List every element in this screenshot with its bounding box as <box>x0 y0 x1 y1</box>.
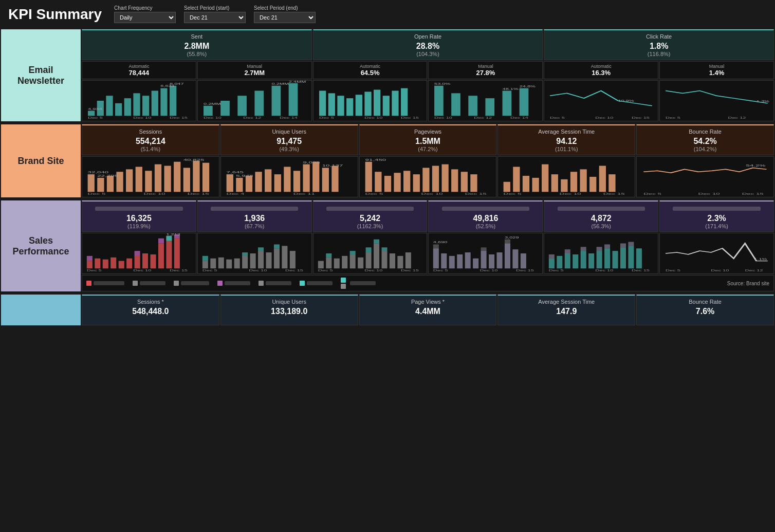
svg-rect-132 <box>87 261 93 269</box>
svg-rect-16 <box>204 106 213 116</box>
svg-text:Dec 5: Dec 5 <box>550 117 565 120</box>
svg-text:Dec 14: Dec 14 <box>510 117 528 120</box>
svg-rect-28 <box>319 91 326 116</box>
brand-unique-value: 91,475 <box>276 137 302 146</box>
svg-rect-65 <box>136 167 142 192</box>
svg-rect-33 <box>364 91 371 116</box>
open-manual: Manual 27.8% <box>428 61 543 79</box>
svg-text:Dec 10: Dec 10 <box>133 269 151 272</box>
open-auto: Automatic 64.5% <box>313 61 428 79</box>
svg-rect-71 <box>193 161 199 192</box>
svg-rect-166 <box>274 244 280 248</box>
period-end-select[interactable]: Dec 21 <box>254 12 316 23</box>
sales-chart-2: Dec 5 Dec 10 Dec 15 <box>197 233 312 274</box>
bottom-unique-card: Unique Users 133,189.0 <box>220 295 358 325</box>
svg-rect-136 <box>110 258 116 268</box>
svg-text:53.0%: 53.0% <box>435 82 451 85</box>
svg-rect-90 <box>331 166 338 192</box>
svg-text:Dec 15: Dec 15 <box>401 269 419 272</box>
bottom-avg-session-card: Average Session Time 147.9 <box>497 295 635 325</box>
svg-rect-229 <box>629 242 634 246</box>
brand-sessions-value: 554,214 <box>136 137 165 146</box>
svg-rect-119 <box>561 179 568 192</box>
svg-rect-83 <box>265 169 271 192</box>
svg-rect-157 <box>226 260 232 269</box>
svg-rect-61 <box>97 178 104 192</box>
svg-rect-195 <box>449 256 455 268</box>
svg-rect-173 <box>326 258 331 268</box>
svg-rect-5 <box>133 93 140 116</box>
svg-rect-31 <box>346 98 353 116</box>
bottom-pageviews-value: 4.4MM <box>415 307 440 316</box>
svg-text:Dec 10: Dec 10 <box>435 117 453 120</box>
svg-rect-156 <box>218 258 224 268</box>
sales-chart-3: Dec 5 Dec 10 Dec 15 <box>313 233 428 274</box>
bottom-sessions-card: Sessions * 548,448.0 <box>82 295 219 325</box>
svg-rect-199 <box>481 251 487 268</box>
open-rate-sub: (104.3%) <box>416 51 439 57</box>
controls: Chart Frequency Daily Weekly Monthly Sel… <box>114 5 316 23</box>
svg-rect-117 <box>542 164 548 192</box>
sales-m5-card: 4,872 (56.3%) <box>544 200 658 232</box>
email-sent-manual-chart: 0.2MM 0.2MM 2.4MM Dec 10 Dec 12 Dec 14 <box>197 80 312 121</box>
svg-rect-100 <box>394 173 400 192</box>
legend-item-3 <box>174 281 209 286</box>
svg-rect-134 <box>95 259 100 269</box>
svg-rect-182 <box>374 244 379 269</box>
email-section: Email Newsletter Sent 2.8MM (55.8%) Open… <box>0 28 775 122</box>
bottom-label <box>1 295 81 325</box>
svg-rect-221 <box>597 251 602 268</box>
svg-text:Dec 5: Dec 5 <box>319 117 334 120</box>
brand-avg-session-value: 94.12 <box>556 137 577 146</box>
bottom-avg-value: 147.9 <box>556 307 577 316</box>
svg-rect-60 <box>88 174 95 192</box>
svg-text:Dec 15: Dec 15 <box>632 117 650 120</box>
svg-rect-154 <box>202 256 208 261</box>
svg-rect-224 <box>604 244 610 248</box>
svg-rect-84 <box>274 174 281 192</box>
email-sent-auto-chart: 4,934 6,631 8,047 Dec 5 Dec 10 Dec 15 <box>82 80 196 121</box>
sales-content: 16,325 (119.9%) 1,936 (67.7%) 5,242 (116… <box>82 200 774 291</box>
bottom-pageviews-title: Page Views * <box>411 299 445 305</box>
svg-rect-204 <box>505 240 510 244</box>
svg-text:Dec 5: Dec 5 <box>202 269 217 272</box>
svg-text:Dec 5: Dec 5 <box>88 117 103 120</box>
bottom-content: Sessions * 548,448.0 Unique Users 133,18… <box>82 295 774 325</box>
period-start-select[interactable]: Dec 21 <box>184 12 246 23</box>
svg-text:Dec 5: Dec 5 <box>433 269 448 272</box>
sales-m6-card: 2.3% (171.4%) <box>659 200 774 232</box>
svg-rect-164 <box>266 252 271 268</box>
svg-rect-213 <box>549 254 555 259</box>
svg-rect-29 <box>328 93 335 116</box>
svg-text:22,795: 22,795 <box>97 175 118 177</box>
email-charts: 4,934 6,631 8,047 Dec 5 Dec 10 Dec 15 <box>82 80 774 121</box>
svg-rect-69 <box>174 162 180 192</box>
chart-frequency-label: Chart Frequency <box>114 5 176 11</box>
svg-rect-3 <box>115 103 122 116</box>
svg-text:32,040: 32,040 <box>88 171 109 174</box>
svg-text:1.1%: 1.1% <box>754 258 767 261</box>
bottom-sessions-value: 548,448.0 <box>132 307 169 316</box>
source-text: Source: Brand site <box>727 281 769 286</box>
legend-item-5 <box>259 281 291 286</box>
svg-rect-176 <box>342 256 347 268</box>
svg-text:0.2MM: 0.2MM <box>204 102 221 105</box>
chart-frequency-select[interactable]: Daily Weekly Monthly <box>114 12 176 23</box>
svg-rect-45 <box>503 91 512 116</box>
svg-rect-139 <box>135 256 140 268</box>
svg-rect-216 <box>565 249 570 253</box>
svg-rect-187 <box>397 256 403 268</box>
svg-rect-141 <box>142 253 148 268</box>
click-auto: Automatic 16.3% <box>544 61 658 79</box>
svg-rect-18 <box>237 96 247 116</box>
brand-sessions-card: Sessions 554,214 (51.4%) <box>82 124 219 155</box>
svg-text:Dec 10: Dec 10 <box>480 269 498 272</box>
svg-text:Dec 11: Dec 11 <box>293 193 316 195</box>
svg-rect-145 <box>166 241 172 269</box>
bottom-bounce-value: 7.6% <box>696 307 714 316</box>
svg-text:Dec 10: Dec 10 <box>204 117 222 120</box>
brand-bounce-sub: (104.2%) <box>694 146 717 152</box>
svg-rect-120 <box>570 172 577 192</box>
legend-item-1 <box>86 281 124 286</box>
svg-rect-62 <box>107 176 114 192</box>
